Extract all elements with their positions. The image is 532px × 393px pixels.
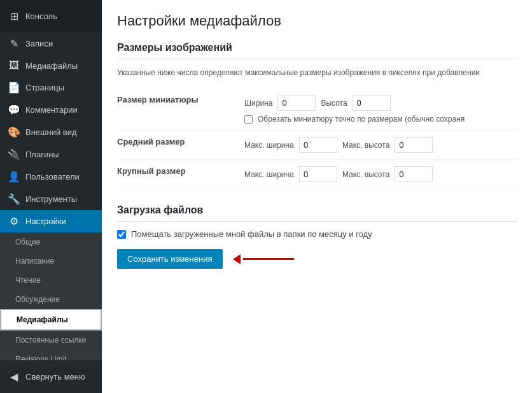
sidebar-item-media[interactable]: 🖼 Медиафайлы [0,55,102,76]
image-sizes-desc: Указанные ниже числа определяют максимал… [117,67,517,78]
thumbnail-height-input[interactable] [353,95,391,111]
sidebar-item-posts[interactable]: ✎ Записи [0,32,102,55]
collapse-icon: ◀ [8,371,20,383]
appearance-icon: 🎨 [8,126,20,138]
submenu-discussion[interactable]: Обсуждение [0,290,102,309]
table-row: Размер миниатюры Ширина Высота Обрезать … [117,89,517,131]
medium-max-height-input[interactable] [395,137,433,153]
content-area: Настройки медиафайлов Размеры изображени… [102,0,532,393]
settings-icon: ⚙ [8,215,20,227]
sidebar-top: ⊞ Консоль [0,0,102,32]
sidebar-item-label: Инструменты [25,194,77,204]
submenu-reading[interactable]: Чтение [0,271,102,290]
medium-max-width-label: Макс. ширина [244,141,294,150]
medium-max-height-label: Макс. высота [342,141,389,150]
sidebar-item-users[interactable]: 👤 Пользователи [0,166,102,188]
sidebar-item-dashboard[interactable]: ⊞ Консоль [0,5,102,27]
submenu-general[interactable]: Общие [0,232,102,252]
image-sizes-title: Размеры изображений [117,42,517,59]
submenu-label: Постоянные ссылки [15,336,86,345]
sidebar-item-label: Комментарии [25,105,78,115]
collapse-label: Свернуть меню [25,372,85,382]
pages-icon: 📄 [8,82,20,94]
sidebar: ⊞ Консоль ✎ Записи 🖼 Медиафайлы 📄 Страни… [0,0,102,393]
thumbnail-crop-checkbox[interactable] [244,115,253,124]
large-inputs: Макс. ширина Макс. высота [244,160,517,189]
sidebar-item-label: Плагины [25,150,59,159]
submenu-media[interactable]: Медиафайлы [0,309,102,331]
submenu-label: Общие [15,238,40,247]
dashboard-icon: ⊞ [8,10,20,22]
table-row: Средний размер Макс. ширина Макс. высота [117,131,517,160]
sidebar-item-label: Консоль [25,11,57,21]
large-label: Крупный размер [117,160,244,189]
thumbnail-width-label: Ширина [244,99,272,108]
sidebar-item-label: Записи [25,39,53,48]
image-sizes-table: Размер миниатюры Ширина Высота Обрезать … [117,89,517,189]
thumbnail-crop-label: Обрезать миниатюру точно по размерам (об… [258,115,465,124]
submenu-revisions[interactable]: Revisions Limit [0,350,102,360]
thumbnail-inputs: Ширина Высота Обрезать миниатюру точно п… [244,89,517,131]
upload-organize-label: Помещать загруженные мной файлы в папки … [131,229,372,239]
settings-submenu: Общие Написание Чтение Обсуждение Медиаф… [0,232,102,360]
upload-checkbox-row: Помещать загруженные мной файлы в папки … [117,229,517,239]
collapse-menu-button[interactable]: ◀ Свернуть меню [0,366,102,388]
sidebar-item-label: Страницы [25,83,64,92]
sidebar-item-settings[interactable]: ⚙ Настройки [0,210,102,232]
medium-inputs: Макс. ширина Макс. высота [244,131,517,160]
upload-section: Загрузка файлов Помещать загруженные мно… [117,204,517,239]
sidebar-item-label: Пользователи [25,172,80,182]
submenu-label: Медиафайлы [17,315,68,324]
main-content: Настройки медиафайлов Размеры изображени… [102,0,532,393]
large-max-height-input[interactable] [395,166,433,182]
table-row: Крупный размер Макс. ширина Макс. высота [117,160,517,189]
sidebar-item-appearance[interactable]: 🎨 Внешний вид [0,121,102,143]
medium-max-width-input[interactable] [299,137,337,153]
large-max-width-input[interactable] [299,166,337,182]
arrow-head-icon [233,254,241,264]
sidebar-item-plugins[interactable]: 🔌 Плагины [0,143,102,166]
plugins-icon: 🔌 [8,148,20,161]
submit-area: Сохранить изменения [117,249,517,269]
upload-organize-checkbox[interactable] [117,230,126,239]
sidebar-item-label: Внешний вид [25,127,77,137]
sidebar-item-label: Медиафайлы [25,61,78,71]
sidebar-item-pages[interactable]: 📄 Страницы [0,76,102,99]
arrow-indicator [233,254,294,264]
submenu-label: Обсуждение [15,295,60,304]
sidebar-item-tools[interactable]: 🔧 Инструменты [0,188,102,210]
thumbnail-height-label: Высота [321,99,347,108]
sidebar-bottom: ◀ Свернуть меню [0,360,102,393]
media-icon: 🖼 [8,60,20,71]
submenu-label: Revisions Limit [15,355,67,360]
posts-icon: ✎ [8,38,20,50]
users-icon: 👤 [8,171,20,183]
sidebar-item-label: Настройки [25,217,66,226]
tools-icon: 🔧 [8,193,20,205]
comments-icon: 💬 [8,104,20,116]
large-max-height-label: Макс. высота [342,170,389,179]
save-button[interactable]: Сохранить изменения [117,249,223,269]
thumbnail-label: Размер миниатюры [117,89,244,131]
sidebar-item-comments[interactable]: 💬 Комментарии [0,99,102,121]
upload-section-title: Загрузка файлов [117,204,517,222]
submenu-label: Чтение [15,276,41,285]
nav-items: ✎ Записи 🖼 Медиафайлы 📄 Страницы 💬 Комме… [0,32,102,360]
thumbnail-width-input[interactable] [277,95,316,111]
submenu-writing[interactable]: Написание [0,252,102,271]
medium-label: Средний размер [117,131,244,160]
submenu-permalinks[interactable]: Постоянные ссылки [0,331,102,350]
page-title: Настройки медиафайлов [117,13,517,29]
submenu-label: Написание [15,257,54,266]
arrow-shaft [243,258,294,260]
large-max-width-label: Макс. ширина [244,170,294,179]
